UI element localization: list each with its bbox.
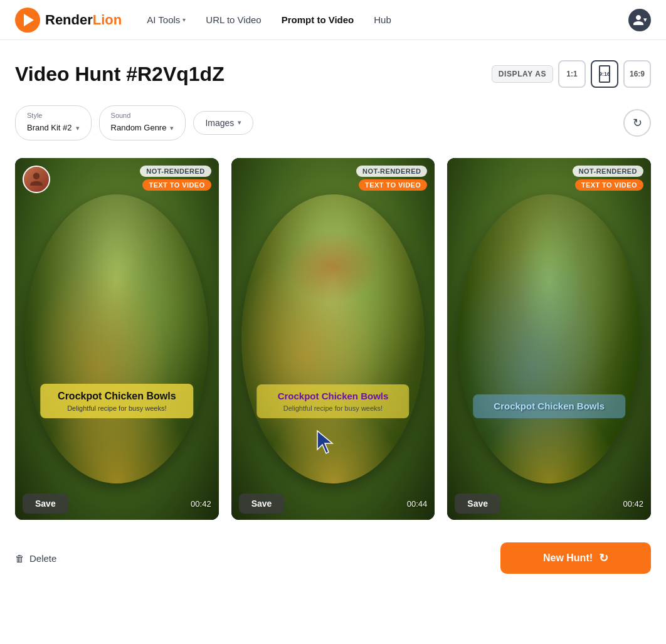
nav-ai-tools[interactable]: AI Tools ▾ bbox=[147, 14, 186, 25]
card-2-title: Crockpot Chicken Bowls bbox=[265, 391, 401, 402]
style-value: Brand Kit #2 bbox=[27, 123, 72, 134]
logo[interactable]: RenderLion bbox=[15, 8, 122, 33]
card-1-duration: 00:42 bbox=[191, 499, 211, 509]
video-card-2: NOT-RENDERED TEXT TO VIDEO Crockpot Chic… bbox=[231, 158, 435, 520]
display-as-label: DISPLAY AS bbox=[492, 65, 553, 83]
food-plate-2 bbox=[241, 194, 425, 484]
card-3-bottom: Save 00:42 bbox=[447, 494, 651, 520]
card-3-title: Crockpot Chicken Bowls bbox=[482, 401, 616, 412]
sound-value: Random Genre bbox=[111, 123, 167, 134]
video-grid-wrapper: NOT-RENDERED TEXT TO VIDEO Crockpot Chic… bbox=[15, 158, 651, 520]
images-button[interactable]: Images ▾ bbox=[193, 111, 253, 135]
card-1-subtitle: Delightful recipe for busy weeks! bbox=[50, 404, 184, 412]
card-2-text-to-video-tag: TEXT TO VIDEO bbox=[359, 179, 427, 191]
nav-url-to-video[interactable]: URL to Video bbox=[206, 14, 261, 25]
logo-icon bbox=[15, 8, 40, 33]
new-hunt-button[interactable]: New Hunt! ↻ bbox=[500, 542, 651, 574]
card-1-save-button[interactable]: Save bbox=[23, 494, 68, 514]
page-title: Video Hunt #R2Vq1dZ bbox=[15, 63, 225, 86]
toolbar: Style Brand Kit #2 ▾ Sound Random Genre … bbox=[15, 105, 651, 140]
toolbar-refresh-button[interactable]: ↻ bbox=[623, 109, 651, 137]
new-hunt-refresh-icon: ↻ bbox=[599, 551, 608, 565]
card-1-title-overlay: Crockpot Chicken Bowls Delightful recipe… bbox=[41, 384, 193, 418]
logo-play-icon bbox=[24, 14, 34, 26]
ratio-1-1-button[interactable]: 1:1 bbox=[558, 60, 586, 88]
card-3-duration: 00:42 bbox=[623, 499, 643, 509]
style-chevron: ▾ bbox=[76, 124, 80, 132]
card-1-avatar bbox=[23, 166, 50, 193]
user-avatar[interactable]: ▾ bbox=[628, 9, 651, 31]
nav-hub[interactable]: Hub bbox=[374, 14, 391, 25]
card-3-save-button[interactable]: Save bbox=[455, 494, 500, 514]
images-chevron: ▾ bbox=[238, 119, 241, 127]
navbar: RenderLion AI Tools ▾ URL to Video Promp… bbox=[0, 0, 666, 40]
card-1-text-to-video-tag: TEXT TO VIDEO bbox=[142, 179, 211, 191]
card-3-title-overlay: Crockpot Chicken Bowls bbox=[473, 394, 625, 418]
style-button[interactable]: Style Brand Kit #2 ▾ bbox=[15, 105, 92, 140]
food-plate-3 bbox=[458, 194, 641, 484]
nav-prompt-to-video[interactable]: Prompt to Video bbox=[282, 14, 354, 25]
food-image-3 bbox=[447, 158, 651, 520]
card-2-save-button[interactable]: Save bbox=[239, 494, 285, 514]
card-3-not-rendered-tag: NOT-RENDERED bbox=[573, 166, 643, 177]
delete-label: Delete bbox=[29, 553, 56, 564]
nav-links: AI Tools ▾ URL to Video Prompt to Video … bbox=[147, 14, 628, 25]
style-label: Style bbox=[27, 112, 42, 119]
page-header: Video Hunt #R2Vq1dZ DISPLAY AS 1:1 9:16 … bbox=[15, 60, 651, 88]
card-1-title: Crockpot Chicken Bowls bbox=[50, 390, 184, 402]
video-grid: NOT-RENDERED TEXT TO VIDEO Crockpot Chic… bbox=[15, 158, 651, 520]
food-plate-1 bbox=[25, 194, 208, 484]
card-3-text-to-video-tag: TEXT TO VIDEO bbox=[575, 179, 643, 191]
user-icon bbox=[632, 14, 645, 26]
video-card-1: NOT-RENDERED TEXT TO VIDEO Crockpot Chic… bbox=[15, 158, 219, 520]
avatar-icon bbox=[28, 171, 45, 188]
ratio-16-9-button[interactable]: 16:9 bbox=[623, 60, 651, 88]
ratio-9-16-button[interactable]: 9:16 bbox=[591, 60, 618, 88]
card-2-duration: 00:44 bbox=[407, 499, 428, 509]
refresh-icon: ↻ bbox=[633, 116, 642, 130]
video-card-3: NOT-RENDERED TEXT TO VIDEO Crockpot Chic… bbox=[447, 158, 651, 520]
main-content: Video Hunt #R2Vq1dZ DISPLAY AS 1:1 9:16 … bbox=[0, 40, 666, 594]
images-label: Images bbox=[205, 118, 234, 128]
trash-icon: 🗑 bbox=[15, 553, 24, 564]
card-2-not-rendered-tag: NOT-RENDERED bbox=[356, 166, 427, 177]
card-3-tags: NOT-RENDERED TEXT TO VIDEO bbox=[573, 166, 643, 191]
card-2-bottom: Save 00:44 bbox=[231, 494, 435, 520]
display-as-group: DISPLAY AS 1:1 9:16 16:9 bbox=[492, 60, 651, 88]
card-2-subtitle: Delightful recipe for busy weeks! bbox=[265, 404, 401, 412]
card-1-bottom: Save 00:42 bbox=[15, 494, 219, 520]
card-2-tags: NOT-RENDERED TEXT TO VIDEO bbox=[356, 166, 427, 191]
new-hunt-label: New Hunt! bbox=[543, 552, 593, 564]
delete-button[interactable]: 🗑 Delete bbox=[15, 553, 56, 564]
food-image-1 bbox=[15, 158, 219, 520]
sound-button[interactable]: Sound Random Genre ▾ bbox=[99, 105, 186, 140]
sound-label: Sound bbox=[111, 112, 131, 119]
ai-tools-chevron: ▾ bbox=[182, 16, 186, 23]
sound-chevron: ▾ bbox=[170, 124, 174, 132]
card-2-title-overlay: Crockpot Chicken Bowls Delightful recipe… bbox=[256, 384, 410, 418]
avatar-dropdown-chevron: ▾ bbox=[643, 16, 647, 24]
logo-text: RenderLion bbox=[45, 12, 122, 28]
footer-row: 🗑 Delete New Hunt! ↻ bbox=[15, 537, 651, 574]
card-1-not-rendered-tag: NOT-RENDERED bbox=[140, 166, 211, 177]
ratio-9-16-label: 9:16 bbox=[599, 65, 610, 83]
card-1-tags: NOT-RENDERED TEXT TO VIDEO bbox=[140, 166, 211, 191]
food-image-2 bbox=[231, 158, 435, 520]
